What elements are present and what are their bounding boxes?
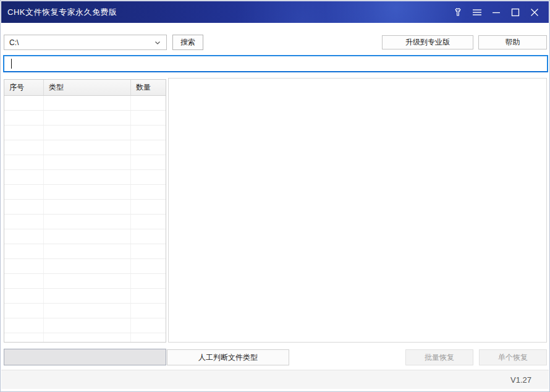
table-cell	[4, 111, 44, 125]
table-cell	[131, 259, 166, 273]
preview-panel[interactable]	[168, 78, 547, 343]
table-body[interactable]	[4, 96, 166, 343]
table-cell	[44, 215, 131, 229]
table-cell	[131, 229, 166, 244]
table-cell	[4, 200, 44, 214]
column-header-index[interactable]: 序号	[4, 80, 44, 95]
chevron-down-icon	[154, 39, 161, 48]
table-cell	[4, 96, 44, 110]
table-row[interactable]	[4, 304, 166, 318]
table-cell	[44, 155, 131, 169]
table-cell	[44, 126, 131, 140]
drive-combobox[interactable]: C:\	[4, 35, 167, 50]
table-cell	[44, 140, 131, 155]
table-cell	[4, 289, 44, 303]
column-header-type[interactable]: 类型	[44, 80, 131, 95]
table-cell	[4, 244, 44, 258]
table-cell	[44, 289, 131, 303]
table-cell	[131, 215, 166, 229]
table-row[interactable]	[4, 289, 166, 304]
table-row[interactable]	[4, 200, 166, 215]
table-cell	[4, 155, 44, 169]
titlebar-controls	[451, 1, 541, 23]
help-button[interactable]: 帮助	[478, 35, 547, 49]
table-row[interactable]	[4, 215, 166, 229]
table-cell	[44, 318, 131, 333]
upgrade-pro-button[interactable]: 升级到专业版	[382, 35, 473, 49]
table-cell	[4, 229, 44, 244]
table-cell	[131, 333, 166, 343]
table-cell	[4, 274, 44, 288]
single-recover-button[interactable]: 单个恢复	[479, 349, 547, 365]
table-cell	[44, 244, 131, 258]
table-cell	[131, 185, 166, 199]
column-header-count[interactable]: 数量	[131, 80, 166, 95]
table-cell	[44, 333, 131, 343]
table-cell	[4, 185, 44, 199]
table-row[interactable]	[4, 229, 166, 244]
window-title: CHK文件恢复专家永久免费版	[7, 7, 117, 18]
table-cell	[4, 140, 44, 155]
table-cell	[131, 289, 166, 303]
table-row[interactable]	[4, 155, 166, 170]
table-row[interactable]	[4, 333, 166, 343]
table-row[interactable]	[4, 140, 166, 155]
table-cell	[131, 170, 166, 184]
table-cell	[131, 318, 166, 333]
titlebar: CHK文件恢复专家永久免费版	[1, 1, 549, 23]
version-label: V1.27	[510, 375, 531, 385]
skin-icon[interactable]	[451, 5, 465, 20]
table-cell	[4, 126, 44, 140]
batch-recover-button[interactable]: 批量恢复	[405, 349, 473, 365]
table-header: 序号 类型 数量	[4, 80, 166, 96]
minimize-icon[interactable]	[489, 5, 503, 20]
table-cell	[4, 304, 44, 318]
table-cell	[44, 200, 131, 214]
manual-judge-button[interactable]: 人工判断文件类型	[167, 349, 289, 365]
table-cell	[44, 259, 131, 273]
chk-type-table: 序号 类型 数量	[4, 79, 166, 343]
table-cell	[131, 244, 166, 258]
text-caret	[11, 59, 12, 69]
table-cell	[4, 215, 44, 229]
table-cell	[44, 229, 131, 244]
table-cell	[44, 274, 131, 288]
table-cell	[131, 140, 166, 155]
filename-input[interactable]	[3, 55, 548, 72]
table-cell	[131, 155, 166, 169]
table-cell	[131, 200, 166, 214]
drive-combobox-value: C:\	[9, 38, 19, 47]
table-cell	[131, 126, 166, 140]
table-row[interactable]	[4, 170, 166, 185]
table-cell	[131, 96, 166, 110]
close-icon[interactable]	[528, 5, 541, 20]
table-cell	[131, 111, 166, 125]
table-row[interactable]	[4, 274, 166, 289]
table-row[interactable]	[4, 96, 166, 111]
table-cell	[131, 304, 166, 318]
statusbar: V1.27	[1, 370, 549, 389]
table-cell	[4, 170, 44, 184]
table-cell	[44, 185, 131, 199]
table-cell	[44, 304, 131, 318]
search-button[interactable]: 搜索	[172, 35, 203, 50]
table-row[interactable]	[4, 111, 166, 126]
table-row[interactable]	[4, 126, 166, 140]
table-cell	[4, 333, 44, 343]
table-row[interactable]	[4, 244, 166, 259]
progress-bar	[4, 349, 166, 365]
table-row[interactable]	[4, 318, 166, 333]
table-row[interactable]	[4, 185, 166, 200]
table-cell	[131, 274, 166, 288]
menu-icon[interactable]	[470, 5, 484, 20]
app-window: CHK文件恢复专家永久免费版	[0, 0, 550, 392]
table-cell	[44, 96, 131, 110]
table-cell	[44, 111, 131, 125]
table-row[interactable]	[4, 259, 166, 274]
table-cell	[4, 318, 44, 333]
table-cell	[4, 259, 44, 273]
maximize-icon[interactable]	[509, 5, 522, 20]
table-cell	[44, 170, 131, 184]
